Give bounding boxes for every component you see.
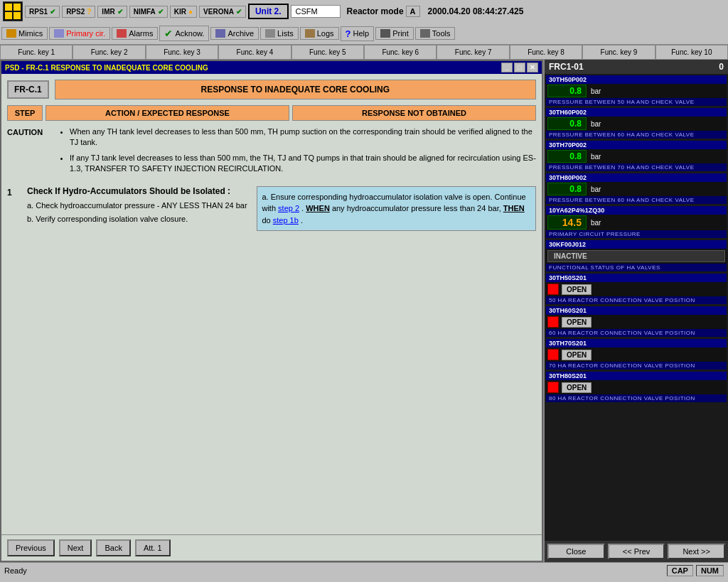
- sensor-desc-primary: PRIMARY CIRCUIT PRESSURE: [546, 230, 727, 238]
- alarms-icon: [117, 29, 127, 38]
- psd-title-text: PSD - FR-C.1 RESPONSE TO INADEQUATE CORE…: [5, 64, 208, 72]
- help-icon: ?: [346, 28, 351, 39]
- sensor-functional: 30KF00J012 INACTIVE FUNCTIONAL STATUS OF…: [546, 240, 727, 271]
- step-header: STEP ACTION / EXPECTED RESPONSE RESPONSE…: [7, 105, 536, 121]
- rps2-status[interactable]: RPS2 ?: [62, 6, 95, 18]
- window-controls: _ □ ✕: [501, 63, 538, 72]
- fr-header: FR-C.1 RESPONSE TO INADEQUATE CORE COOLI…: [7, 80, 536, 99]
- previous-btn[interactable]: Previous: [7, 539, 55, 556]
- valve-open-btn-2[interactable]: OPEN: [562, 350, 592, 360]
- sensor-desc-30TH80P002: PRESSURE BETWEEN 80 HA AND CHECK VALVE: [546, 196, 727, 204]
- valve-name-0: 30TH50S201: [546, 274, 727, 282]
- next-btn[interactable]: Next: [59, 539, 92, 556]
- caution-item-1: When any TH tank level decreases to less…: [70, 126, 536, 149]
- primary-cir-btn[interactable]: Primary cir.: [49, 27, 110, 40]
- timestamp: 2000.04.20 08:44:27.425: [428, 6, 524, 16]
- function-keys-bar: Func. key 1 Func. key 2 Func. key 3 Func…: [0, 44, 728, 60]
- func-key-2[interactable]: Func. key 2: [73, 45, 145, 60]
- func-key-9[interactable]: Func. key 9: [582, 45, 655, 60]
- sensor-primary-circuit: 10YA62P4%1ZQ30 14.5 bar PRIMARY CIRCUIT …: [546, 206, 727, 238]
- valve-desc-0: 50 HA REACTOR CONNECTION VALVE POSITION: [546, 296, 727, 304]
- valve-name-2: 30TH70S201: [546, 339, 727, 347]
- sensor-desc-30TH70P002: PRESSURE BETWEEN 70 HA AND CHECK VALVE: [546, 163, 727, 171]
- statusbar: Ready CAP NUM: [0, 562, 728, 578]
- sensor-30TH50P002: 30TH50P002 0.8 bar PRESSURE BETWEEN 50 H…: [546, 75, 727, 106]
- right-panel-navigation: Close << Prev Next >>: [545, 541, 728, 562]
- step-1-response: a. Ensure corresponding hydroaccumulator…: [257, 186, 536, 232]
- help-btn[interactable]: ? Help: [341, 26, 375, 41]
- logs-btn[interactable]: Logs: [300, 27, 339, 40]
- caution-label: CAUTION: [7, 128, 50, 179]
- func-key-5[interactable]: Func. key 5: [291, 45, 364, 60]
- status-indicators: CAP NUM: [667, 565, 724, 576]
- sensor-value-30TH80P002: 0.8: [547, 183, 587, 195]
- valve-30TH70S201: 30TH70S201 OPEN 70 HA REACTOR CONNECTION…: [546, 339, 727, 370]
- att1-btn[interactable]: Att. 1: [135, 539, 171, 556]
- sensor-desc-30TH60P002: PRESSURE BETWEEN 60 HA AND CHECK VALVE: [546, 131, 727, 139]
- tools-btn[interactable]: Tools: [415, 27, 456, 40]
- step1b-link[interactable]: step 1b: [273, 216, 299, 225]
- sensor-30TH80P002: 30TH80P002 0.8 bar PRESSURE BETWEEN 80 H…: [546, 173, 727, 204]
- step-1-row: 1 Check If Hydro-Accumulators Should be …: [7, 186, 536, 232]
- prev-btn[interactable]: << Prev: [608, 544, 665, 559]
- step-1b-action: b. Verify corresponding isolation valve …: [27, 214, 251, 225]
- fr-title: RESPONSE TO INADEQUATE CORE COOLING: [55, 80, 536, 99]
- func-key-1[interactable]: Func. key 1: [0, 45, 73, 60]
- minimize-btn[interactable]: _: [501, 63, 513, 72]
- func-key-10[interactable]: Func. key 10: [655, 45, 728, 60]
- sensor-value-30TH70P002: 0.8: [547, 150, 587, 163]
- func-key-3[interactable]: Func. key 3: [146, 45, 218, 60]
- response-header-cell: RESPONSE NOT OBTAINED: [292, 105, 536, 121]
- topbar: RPS1 ✔ RPS2 ? IMR ✔ NIMFA ✔ KIR ● VERONA…: [0, 0, 728, 23]
- rps1-status[interactable]: RPS1 ✔: [25, 6, 60, 18]
- svg-rect-1: [5, 4, 12, 11]
- step-1-title: Check If Hydro-Accumulators Should be Is…: [27, 186, 251, 196]
- main-content: PSD - FR-C.1 RESPONSE TO INADEQUATE CORE…: [0, 60, 728, 562]
- svg-rect-4: [14, 12, 21, 19]
- maximize-btn[interactable]: □: [514, 63, 525, 72]
- print-btn[interactable]: Print: [375, 27, 414, 40]
- archive-icon: [215, 29, 225, 38]
- back-btn[interactable]: Back: [96, 539, 130, 556]
- imr-status[interactable]: IMR ✔: [97, 6, 127, 18]
- acknow-btn[interactable]: ✔ Acknow.: [159, 26, 209, 41]
- step-1-content: Check If Hydro-Accumulators Should be Is…: [27, 186, 536, 232]
- mimics-btn[interactable]: Mimics: [1, 27, 48, 40]
- func-key-7[interactable]: Func. key 7: [437, 45, 509, 60]
- func-key-8[interactable]: Func. key 8: [510, 45, 582, 60]
- sensor-value-30TH50P002: 0.8: [547, 85, 587, 97]
- caution-list: When any TH tank level decreases to less…: [57, 126, 536, 179]
- print-icon: [380, 29, 390, 38]
- sensor-30TH70P002: 30TH70P002 0.8 bar PRESSURE BETWEEN 70 H…: [546, 141, 727, 171]
- close-window-btn[interactable]: ✕: [527, 63, 538, 72]
- right-panel-title: FRC1-01: [549, 62, 584, 72]
- archive-btn[interactable]: Archive: [210, 27, 259, 40]
- sensor-value-primary: 14.5: [547, 215, 587, 230]
- sensor-30TH60P002: 30TH60P002 0.8 bar PRESSURE BETWEEN 60 H…: [546, 108, 727, 139]
- lists-icon: [265, 29, 275, 38]
- valve-open-btn-1[interactable]: OPEN: [562, 317, 592, 328]
- next-right-btn[interactable]: Next >>: [668, 544, 725, 559]
- close-btn[interactable]: Close: [547, 544, 605, 559]
- sensor-name-30TH50P002: 30TH50P002: [546, 75, 727, 84]
- lists-btn[interactable]: Lists: [260, 27, 299, 40]
- valve-open-btn-0[interactable]: OPEN: [562, 284, 592, 295]
- mimics-icon: [6, 29, 16, 38]
- valve-desc-3: 80 HA REACTOR CONNECTION VALVE POSITION: [546, 394, 727, 402]
- sensor-name-30TH60P002: 30TH60P002: [546, 108, 727, 117]
- verona-status[interactable]: VERONA ✔: [199, 6, 246, 18]
- svg-rect-2: [14, 4, 21, 11]
- kir-status[interactable]: KIR ●: [170, 6, 197, 18]
- valve-name-3: 30TH80S201: [546, 372, 727, 380]
- right-panel-header: FRC1-01 0: [545, 60, 728, 74]
- csfm-display: CSFM: [291, 5, 341, 18]
- func-key-4[interactable]: Func. key 4: [218, 45, 291, 60]
- nimfa-status[interactable]: NIMFA ✔: [129, 6, 168, 18]
- valve-open-btn-3[interactable]: OPEN: [562, 382, 592, 393]
- psd-panel: PSD - FR-C.1 RESPONSE TO INADEQUATE CORE…: [0, 60, 543, 562]
- unit-display: Unit 2.: [248, 4, 289, 19]
- func-key-6[interactable]: Func. key 6: [364, 45, 437, 60]
- valve-indicator-0: [547, 284, 559, 295]
- step2-link[interactable]: step 2: [278, 204, 299, 212]
- alarms-btn[interactable]: Alarms: [112, 27, 158, 40]
